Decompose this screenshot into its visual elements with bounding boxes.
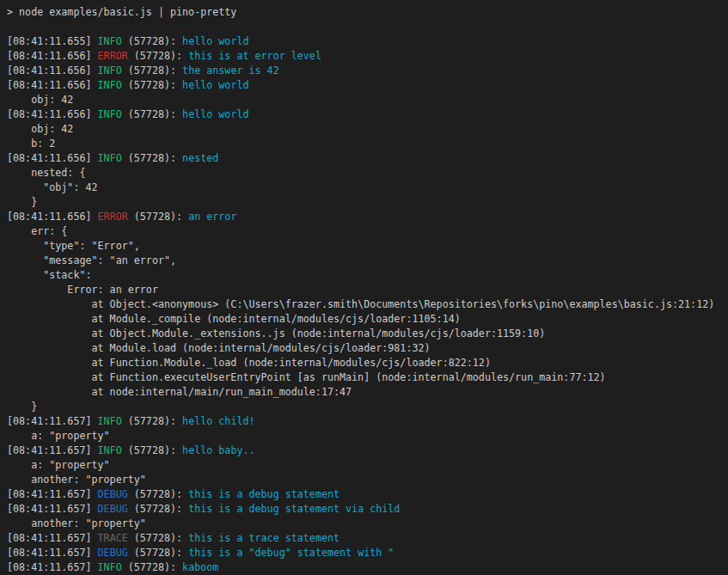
log-text: Error: an error xyxy=(7,284,158,296)
log-text: [08:41:11.656] xyxy=(7,211,98,223)
terminal-line: at node:internal/main/run_main_module:17… xyxy=(7,385,728,400)
log-text: (57728): xyxy=(128,547,188,559)
log-text: a: "property" xyxy=(7,459,110,471)
terminal-line: at Object.<anonymous> (C:\Users\frazer.s… xyxy=(7,297,728,312)
log-text: (57728): xyxy=(122,415,182,427)
terminal-line: [08:41:11.657] DEBUG (57728): this is a … xyxy=(7,546,728,560)
terminal-line: [08:41:11.656] ERROR (57728): an error xyxy=(7,210,728,224)
terminal-line: [08:41:11.656] INFO (57728): the answer … xyxy=(7,64,728,78)
log-message: this is at error level xyxy=(188,50,321,62)
terminal-line: [08:41:11.656] ERROR (57728): this is at… xyxy=(7,49,728,64)
log-text: (57728): xyxy=(122,561,182,573)
log-text: "obj": 42 xyxy=(7,181,98,193)
terminal-line: another: "property" xyxy=(7,473,728,487)
log-text: at Object.<anonymous> (C:\Users\frazer.s… xyxy=(7,298,714,310)
log-text: (57728): xyxy=(128,503,188,515)
log-text: [08:41:11.656] xyxy=(7,152,98,164)
terminal-line: at Object.Module._extensions..js (node:i… xyxy=(7,327,728,341)
terminal-line: [08:41:11.656] INFO (57728): hello world xyxy=(7,78,728,93)
log-text: at node:internal/main/run_main_module:17… xyxy=(7,386,352,398)
log-text: another: "property" xyxy=(7,474,146,486)
log-text: obj: 42 xyxy=(7,123,73,135)
log-text: at Function.Module._load (node:internal/… xyxy=(7,357,491,369)
terminal-line: [08:41:11.656] INFO (57728): nested xyxy=(7,151,728,166)
log-text: (57728): xyxy=(122,152,182,164)
log-text: [08:41:11.657] xyxy=(7,547,98,559)
log-level: INFO xyxy=(98,561,122,573)
terminal-line: "obj": 42 xyxy=(7,180,728,195)
terminal-line: a: "property" xyxy=(7,429,728,443)
terminal-line: "stack": xyxy=(7,268,728,283)
log-text: (57728): xyxy=(122,79,182,91)
log-text: [08:41:11.657] xyxy=(7,488,98,500)
log-text: (57728): xyxy=(122,35,182,47)
log-text: at Function.executeUserEntryPoint [as ru… xyxy=(7,371,606,383)
terminal-line: Error: an error xyxy=(7,283,728,297)
terminal-line: [08:41:11.657] INFO (57728): hello baby.… xyxy=(7,443,728,458)
log-text: [08:41:11.655] xyxy=(7,35,98,47)
log-message: hello baby.. xyxy=(182,444,254,456)
log-level: INFO xyxy=(98,152,122,164)
log-message: this is a "debug" statement with " xyxy=(188,547,394,559)
terminal-line: [08:41:11.657] TRACE (57728): this is a … xyxy=(7,531,728,546)
log-level: DEBUG xyxy=(98,547,128,559)
terminal-line: nested: { xyxy=(7,166,728,180)
log-level: INFO xyxy=(98,444,122,456)
terminal-line: b: 2 xyxy=(7,137,728,151)
terminal-line: [08:41:11.655] INFO (57728): hello world xyxy=(7,34,728,49)
log-message: hello world xyxy=(182,108,248,120)
log-text: another: "property" xyxy=(7,517,146,529)
log-text: > node examples/basic.js | pino-pretty xyxy=(7,6,236,18)
terminal-line: another: "property" xyxy=(7,517,728,531)
log-text: } xyxy=(7,401,37,413)
log-text: obj: 42 xyxy=(7,94,73,106)
terminal-line: obj: 42 xyxy=(7,122,728,137)
log-level: DEBUG xyxy=(98,503,128,515)
log-text: [08:41:11.657] xyxy=(7,561,98,573)
log-text: [08:41:11.657] xyxy=(7,532,98,544)
log-text: "message": "an error", xyxy=(7,254,176,266)
log-message: hello child! xyxy=(182,415,254,427)
log-message: the answer is 42 xyxy=(182,64,279,76)
log-message: this is a debug statement via child xyxy=(188,503,400,515)
log-text: a: "property" xyxy=(7,430,110,442)
terminal-line: > node examples/basic.js | pino-pretty xyxy=(7,5,728,20)
terminal-line: obj: 42 xyxy=(7,93,728,107)
log-message: kaboom xyxy=(182,561,218,573)
log-text: [08:41:11.656] xyxy=(7,64,98,76)
log-text: (57728): xyxy=(128,211,188,223)
terminal-line: at Module.load (node:internal/modules/cj… xyxy=(7,341,728,356)
log-level: INFO xyxy=(98,79,122,91)
terminal-line: [08:41:11.657] INFO (57728): kaboom xyxy=(7,560,728,575)
log-text: [08:41:11.657] xyxy=(7,444,98,456)
log-text: at Object.Module._extensions..js (node:i… xyxy=(7,327,545,339)
terminal-line: a: "property" xyxy=(7,458,728,473)
log-level: INFO xyxy=(98,415,122,427)
terminal-line: [08:41:11.657] INFO (57728): hello child… xyxy=(7,414,728,429)
log-level: DEBUG xyxy=(98,488,128,500)
log-message: nested xyxy=(182,152,218,164)
log-level: ERROR xyxy=(98,50,128,62)
log-text: b: 2 xyxy=(7,138,55,150)
log-level: INFO xyxy=(98,108,122,120)
log-message: this is a trace statement xyxy=(188,532,340,544)
terminal-output[interactable]: > node examples/basic.js | pino-pretty [… xyxy=(0,0,728,575)
log-level: ERROR xyxy=(98,211,128,223)
log-text: (57728): xyxy=(122,444,182,456)
log-message: this is a debug statement xyxy=(188,488,340,500)
log-text: "stack": xyxy=(7,269,92,281)
log-text: [08:41:11.656] xyxy=(7,108,98,120)
log-message: hello world xyxy=(182,79,248,91)
terminal-line: "message": "an error", xyxy=(7,254,728,268)
log-text: (57728): xyxy=(122,108,182,120)
log-text: [08:41:11.656] xyxy=(7,50,98,62)
log-text: [08:41:11.657] xyxy=(7,415,98,427)
log-text: [08:41:11.657] xyxy=(7,503,98,515)
log-text: (57728): xyxy=(128,488,188,500)
log-level: INFO xyxy=(98,35,122,47)
log-text: (57728): xyxy=(128,532,188,544)
terminal-window: > node examples/basic.js | pino-pretty [… xyxy=(0,0,728,575)
log-message: hello world xyxy=(182,35,248,47)
log-level: INFO xyxy=(98,64,122,76)
log-text: err: { xyxy=(7,225,67,237)
